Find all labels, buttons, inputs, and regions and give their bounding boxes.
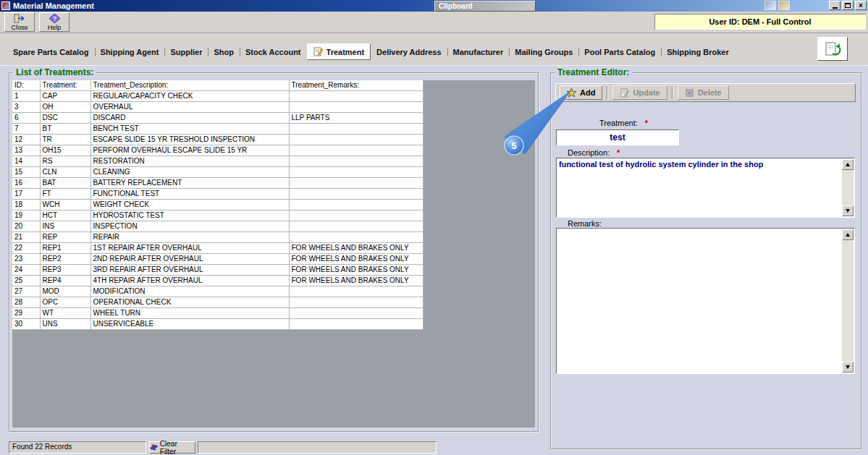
table-row[interactable]: 24REP33RD REPAIR AFTER OVERHAULFOR WHEEL… <box>12 264 423 275</box>
add-icon <box>567 88 576 98</box>
table-cell: 14 <box>12 156 40 166</box>
table-row[interactable]: 18WCHWEIGHT CHECK <box>12 199 423 210</box>
tab-treatment[interactable]: Treatment <box>307 43 371 60</box>
scroll-up-icon <box>846 233 850 237</box>
table-row[interactable]: 28OPCOPERATIONAL CHECK <box>12 297 423 307</box>
table-cell: 1 <box>12 90 40 101</box>
table-cell: BATTERY REPLACEMENT <box>90 177 289 188</box>
delete-button[interactable]: Delete <box>678 85 729 100</box>
update-button[interactable]: Update <box>612 85 667 100</box>
tab-shipping-broker[interactable]: Shipping Broker <box>661 45 735 59</box>
scroll-down-button[interactable] <box>842 362 854 373</box>
tab-delivery-address[interactable]: Delivery Address <box>371 45 447 59</box>
table-row[interactable]: 30UNSUNSERVICEABLE <box>12 318 423 329</box>
remarks-textarea[interactable] <box>556 228 855 374</box>
treatment-editor-group: Treatment Editor: Add Updat <box>550 72 862 450</box>
table-row[interactable]: 29WTWHEEL TURN <box>12 307 423 318</box>
table-row[interactable]: 7BTBENCH TEST <box>12 123 423 134</box>
close-window-button[interactable]: × <box>855 1 867 10</box>
delete-button-label: Delete <box>698 88 722 97</box>
table-row[interactable]: 1CAPREGULAR/CAPACITY CHECK <box>12 90 423 101</box>
table-row[interactable]: 25REP44TH REPAIR AFTER OVERHAULFOR WHEEL… <box>12 275 423 286</box>
help-button[interactable]: ? Help <box>39 12 69 32</box>
table-cell: LLP PARTS <box>289 112 423 123</box>
table-row[interactable]: 20INSINSPECTION <box>12 221 423 231</box>
window-controls: × <box>829 1 867 10</box>
table-row[interactable]: 23REP22ND REPAIR AFTER OVERHAULFOR WHEEL… <box>12 253 423 264</box>
close-button[interactable]: Close <box>4 12 35 32</box>
table-cell: REP <box>40 231 90 242</box>
table-cell <box>289 199 423 210</box>
column-header-description[interactable]: Treatment_Description: <box>90 80 289 90</box>
table-cell: CLEANING <box>90 166 289 177</box>
maximize-button[interactable] <box>842 1 854 10</box>
tab-spare-parts-catalog[interactable]: Spare Parts Catalog <box>7 45 95 59</box>
description-textarea[interactable]: functional test of hydrolic system cylin… <box>556 158 855 218</box>
description-scrollbar[interactable] <box>842 159 854 216</box>
tab-mailing-groups[interactable]: Mailing Groups <box>509 45 578 59</box>
table-cell: MODIFICATION <box>90 286 289 297</box>
table-row[interactable]: 16BATBATTERY REPLACEMENT <box>12 177 423 188</box>
titlebar-image-icon-1[interactable] <box>764 1 776 10</box>
scroll-up-button[interactable] <box>842 159 854 170</box>
window-title: Material Management <box>13 1 94 10</box>
table-cell: INSPECTION <box>90 221 289 231</box>
table-row[interactable]: 6DSCDISCARDLLP PARTS <box>12 112 423 123</box>
scroll-down-icon <box>846 365 850 369</box>
table-row[interactable]: 3OHOVERHAUL <box>12 101 423 112</box>
minimize-icon <box>833 7 838 9</box>
clear-filter-icon <box>150 443 158 451</box>
add-button[interactable]: Add <box>560 85 602 100</box>
tab-pool-parts-catalog[interactable]: Pool Parts Catalog <box>578 45 661 59</box>
record-count-text: Found 22 Records <box>12 443 72 451</box>
table-cell: REP1 <box>40 242 90 253</box>
clear-filter-button[interactable]: Clear Filter <box>149 441 195 454</box>
table-cell: 29 <box>12 307 40 318</box>
column-header-treatment[interactable]: Treatment: <box>40 80 90 90</box>
table-cell: WCH <box>40 199 90 210</box>
add-button-label: Add <box>580 88 595 97</box>
table-row[interactable]: 14RSRESTORATION <box>12 156 423 166</box>
table-cell <box>289 166 423 177</box>
close-button-label: Close <box>11 24 28 31</box>
table-row[interactable]: 22REP11ST REPAIR AFTER OVERHAULFOR WHEEL… <box>12 242 423 253</box>
treatment-field-label: Treatment:* <box>599 119 648 127</box>
titlebar-image-icon-2[interactable] <box>778 1 790 10</box>
clipboard-panel[interactable]: Clipboard <box>434 1 536 12</box>
column-header-remarks[interactable]: Treatment_Remarks: <box>289 80 423 90</box>
table-cell: 20 <box>12 221 40 231</box>
table-row[interactable]: 21REPREPAIR <box>12 231 423 242</box>
tabs: Spare Parts Catalog Shipping Agent Suppl… <box>7 43 735 60</box>
table-cell: BT <box>40 123 90 134</box>
minimize-button[interactable] <box>829 1 840 10</box>
scroll-up-button[interactable] <box>842 229 854 240</box>
tab-supplier[interactable]: Supplier <box>164 45 208 59</box>
column-header-id[interactable]: ID: <box>12 80 40 90</box>
table-cell: OPC <box>40 297 90 307</box>
table-row[interactable]: 19HCTHYDROSTATIC TEST <box>12 210 423 221</box>
table-cell <box>289 231 423 242</box>
table-row[interactable]: 12TRESCAPE SLIDE 15 YR TRESHOLD INSPECTI… <box>12 134 423 145</box>
table-cell: REP4 <box>40 275 90 286</box>
filter-status-strip <box>198 441 437 454</box>
table-cell: CLN <box>40 166 90 177</box>
description-label-text: Description: <box>568 148 610 157</box>
tab-manufacturer[interactable]: Manufacturer <box>447 45 510 59</box>
scroll-up-icon <box>846 163 850 166</box>
table-cell: 23 <box>12 253 40 264</box>
table-cell: REPAIR <box>90 231 289 242</box>
tab-shop[interactable]: Shop <box>208 45 240 59</box>
treatment-input[interactable] <box>556 129 679 145</box>
remarks-scrollbar[interactable] <box>842 229 854 373</box>
treatment-required-marker: * <box>645 119 648 127</box>
table-row[interactable]: 17FTFUNCTIONAL TEST <box>12 188 423 199</box>
export-button[interactable] <box>817 37 848 61</box>
table-cell: WEIGHT CHECK <box>90 199 289 210</box>
tab-shipping-agent[interactable]: Shipping Agent <box>95 45 165 59</box>
table-row[interactable]: 13OH15PERFORM OVERHAUL ESCAPE SLIDE 15 Y… <box>12 145 423 156</box>
table-row[interactable]: 15CLNCLEANING <box>12 166 423 177</box>
tab-stock-account[interactable]: Stock Account <box>240 45 307 59</box>
table-row[interactable]: 27MODMODIFICATION <box>12 286 423 297</box>
scroll-down-button[interactable] <box>842 205 854 216</box>
table-cell <box>289 101 423 112</box>
